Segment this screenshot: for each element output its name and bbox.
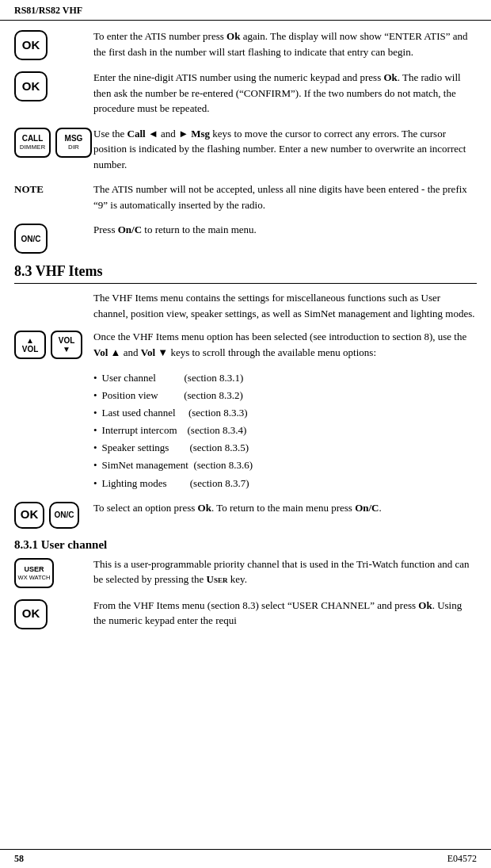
row-vol: ▲ VOL VOL ▼ Once the VHF Items menu opti… (14, 329, 477, 360)
header-title: RS81/RS82 VHF (14, 5, 82, 17)
call-dimmer-top: CALL (22, 134, 44, 143)
user-icon-top: USER (24, 565, 44, 574)
ok-key-ref-3: Ok (198, 502, 211, 514)
icons-col-call-msg: CALL DIMMER MSG DIR (14, 126, 93, 158)
vol-down-key-ref: Vol ▼ (141, 346, 168, 358)
note-text: The ATIS number will not be accepted, un… (93, 182, 477, 212)
user-key-ref: User (207, 573, 228, 585)
bullet-label-4: Speaker settings (section 8.3.5) (102, 439, 477, 457)
row-user: USER WX WATCH This is a user-programmabl… (14, 556, 477, 588)
onc-key-ref: On/C (118, 224, 142, 235)
section-83-intro-container: The VHF Items menu contains the settings… (93, 290, 477, 321)
bullet-item-2: Last used channel (section 8.3.3) (93, 404, 477, 422)
ok-button-icon-2: OK (14, 71, 48, 101)
msg-dir-top: MSG (65, 134, 83, 143)
call-dimmer-bottom: DIMMER (20, 143, 45, 151)
note-label: NOTE (14, 182, 93, 196)
msg-dir-icon: MSG DIR (55, 128, 92, 158)
bullet-item-0: User channel (section 8.3.1) (93, 369, 477, 387)
vol-down-icon: VOL ▼ (51, 331, 82, 359)
row-ok-atis-confirm: OK Enter the nine-digit ATIS number usin… (14, 70, 477, 117)
bullet-label-2: Last used channel (section 8.3.3) (102, 404, 477, 422)
call-key-ref: Call ◄ (128, 128, 158, 140)
icons-col-ok-onc: OK ON/C (14, 500, 93, 529)
row-ok-onc-select: OK ON/C To select an option press Ok. To… (14, 500, 477, 529)
subsection-831-heading: 8.3.1 User channel (14, 538, 477, 552)
bullet-item-6: Lighting modes (section 8.3.7) (93, 475, 477, 492)
vol-down-arrow: ▼ (63, 345, 70, 354)
user-icon-bottom: WX WATCH (18, 574, 51, 581)
bullet-ref-6: (section 8.3.7) (190, 477, 249, 489)
vol-up-key-ref: Vol ▲ (93, 346, 120, 358)
bullet-label-6: Lighting modes (section 8.3.7) (102, 475, 477, 492)
row-call-msg: CALL DIMMER MSG DIR Use the Call ◄ and ►… (14, 126, 477, 173)
text-user-channel: This is a user-programmable priority cha… (93, 556, 477, 587)
row-ok-user-channel: OK From the VHF Items menu (section 8.3)… (14, 598, 477, 629)
msg-key-ref: ► Msg (178, 128, 210, 140)
onc-button-icon: ON/C (14, 224, 48, 254)
bullet-label-5: SimNet management (section 8.3.6) (102, 457, 477, 474)
ok-button-icon-4: OK (14, 599, 48, 629)
ok-button-icon-1: OK (14, 30, 48, 60)
onc-key-ref-2: On/C (355, 502, 379, 514)
msg-dir-bottom: DIR (68, 143, 79, 151)
page-header: RS81/RS82 VHF (0, 0, 491, 21)
section-83-intro: The VHF Items menu contains the settings… (93, 290, 477, 321)
icon-col-onc: ON/C (14, 222, 93, 254)
bullet-item-3: Interrupt intercom (section 8.3.4) (93, 422, 477, 439)
vol-up-icon: ▲ VOL (14, 331, 46, 359)
bullet-ref-5: (section 8.3.6) (193, 459, 253, 471)
bullet-item-1: Position view (section 8.3.2) (93, 387, 477, 404)
icon-col-ok4: OK (14, 598, 93, 629)
row-ok-atis-enter: OK To enter the ATIS number press Ok aga… (14, 29, 477, 60)
note-row: NOTE The ATIS number will not be accepte… (14, 182, 477, 212)
ok-button-icon-3: OK (14, 502, 44, 529)
bullet-ref-2: (section 8.3.3) (188, 407, 248, 419)
page-footer: 58 E04572 (0, 849, 491, 868)
bullet-ref-3: (section 8.3.4) (188, 424, 247, 436)
ok-key-ref-4: Ok (418, 599, 432, 611)
text-call-msg: Use the Call ◄ and ► Msg keys to move th… (93, 126, 477, 173)
row-onc: ON/C Press On/C to return to the main me… (14, 222, 477, 254)
text-vol: Once the VHF Items menu option has been … (93, 329, 477, 360)
icon-col-user: USER WX WATCH (14, 556, 93, 588)
ok-key-ref-1: Ok (226, 30, 240, 42)
bullet-label-1: Position view (section 8.3.2) (102, 387, 477, 404)
text-onc: Press On/C to return to the main menu. (93, 222, 477, 238)
main-content: OK To enter the ATIS number press Ok aga… (0, 21, 491, 663)
bullet-label-0: User channel (section 8.3.1) (102, 369, 477, 387)
ok-key-ref-2: Ok (383, 71, 397, 83)
vol-down-label: VOL (59, 336, 75, 345)
text-atis-confirm: Enter the nine-digit ATIS number using t… (93, 70, 477, 117)
text-ok-user-channel: From the VHF Items menu (section 8.3) se… (93, 598, 477, 629)
text-atis-enter: To enter the ATIS number press Ok again.… (93, 29, 477, 59)
vol-up-arrow: ▲ (26, 336, 34, 345)
bullet-ref-0: (section 8.3.1) (185, 372, 244, 384)
bullet-list-container: User channel (section 8.3.1) Position vi… (93, 369, 477, 492)
call-dimmer-icon: CALL DIMMER (14, 128, 51, 158)
bullet-item-5: SimNet management (section 8.3.6) (93, 457, 477, 474)
onc-button-icon-2: ON/C (49, 502, 79, 529)
footer-page-number: 58 (14, 853, 24, 865)
vol-up-label: VOL (22, 345, 39, 354)
footer-code: E04572 (447, 853, 477, 865)
icon-col-ok1: OK (14, 29, 93, 60)
icons-col-vol: ▲ VOL VOL ▼ (14, 329, 93, 359)
user-key-icon: USER WX WATCH (14, 558, 54, 588)
page: RS81/RS82 VHF OK To enter the ATIS numbe… (0, 0, 491, 868)
section-83-heading: 8.3 VHF Items (14, 263, 477, 284)
bullet-item-4: Speaker settings (section 8.3.5) (93, 439, 477, 457)
bullet-ref-1: (section 8.3.2) (184, 389, 243, 401)
bullet-ref-4: (section 8.3.5) (189, 442, 249, 453)
bullet-label-3: Interrupt intercom (section 8.3.4) (102, 422, 477, 439)
icon-col-ok2: OK (14, 70, 93, 101)
text-select: To select an option press Ok. To return … (93, 500, 477, 516)
